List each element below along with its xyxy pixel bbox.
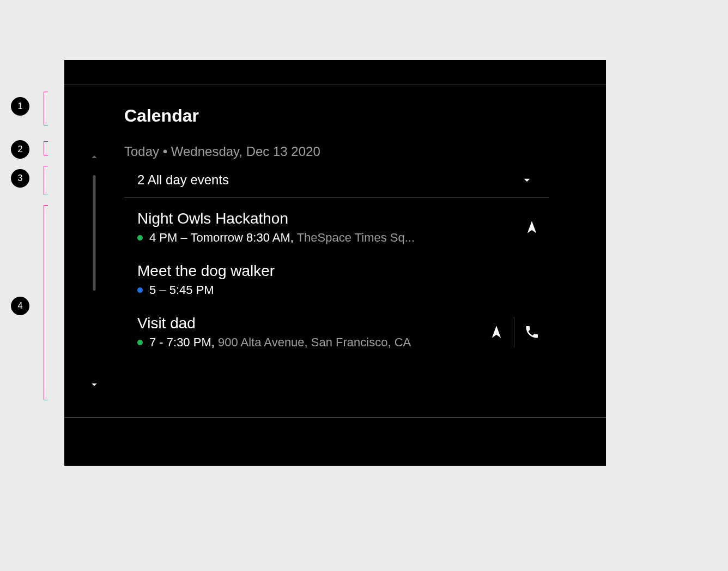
chevron-down-icon	[520, 173, 534, 187]
device-frame: Calendar Today • Wednesday, Dec 13 2020 …	[64, 60, 606, 466]
chevron-up-icon	[88, 151, 100, 163]
calendar-color-dot	[137, 235, 143, 241]
scroll-gutter	[64, 85, 124, 417]
event-subtitle: 4 PM – Tomorrow 8:30 AM, TheSpace Times …	[137, 231, 514, 245]
event-actions	[514, 212, 549, 243]
event-title: Meet the dog walker	[137, 262, 549, 280]
event-title: Visit dad	[137, 315, 479, 332]
annotation-marker-4: 4	[11, 297, 29, 315]
event-content: Night Owls Hackathon 4 PM – Tomorrow 8:3…	[137, 210, 514, 245]
call-button[interactable]	[514, 317, 549, 347]
event-time: 4 PM – Tomorrow 8:30 AM,	[149, 231, 297, 244]
event-row[interactable]: Night Owls Hackathon 4 PM – Tomorrow 8:3…	[124, 198, 549, 245]
annotation-marker-3: 3	[11, 169, 29, 188]
event-row[interactable]: Meet the dog walker 5 – 5:45 PM	[124, 245, 549, 297]
navigation-icon	[489, 324, 504, 340]
scroll-up-button[interactable]	[88, 151, 100, 163]
event-subtitle: 7 - 7:30 PM, 900 Alta Avenue, San Franci…	[137, 335, 479, 350]
phone-icon	[524, 324, 539, 340]
annotation-marker-1: 1	[11, 97, 29, 116]
event-row[interactable]: Visit dad 7 - 7:30 PM, 900 Alta Avenue, …	[124, 297, 549, 350]
navigate-button[interactable]	[479, 317, 514, 347]
event-time: 7 - 7:30 PM,	[149, 335, 218, 349]
event-title: Night Owls Hackathon	[137, 210, 514, 227]
page-title: Calendar	[124, 106, 549, 126]
navigate-button[interactable]	[514, 212, 549, 243]
allday-label: 2 All day events	[137, 172, 229, 188]
scroll-down-button[interactable]	[88, 378, 100, 390]
date-header: Today • Wednesday, Dec 13 2020	[124, 144, 549, 159]
scrollbar[interactable]	[93, 175, 96, 291]
calendar-color-dot	[137, 340, 143, 345]
content-area: Calendar Today • Wednesday, Dec 13 2020 …	[64, 85, 606, 418]
main-panel: Calendar Today • Wednesday, Dec 13 2020 …	[124, 85, 606, 417]
bottom-bar	[64, 418, 606, 466]
calendar-color-dot	[137, 287, 143, 293]
allday-expander[interactable]: 2 All day events	[124, 172, 549, 198]
status-bar	[64, 60, 606, 85]
chevron-down-icon	[88, 378, 100, 390]
annotation-marker-2: 2	[11, 140, 29, 159]
event-location: 900 Alta Avenue, San Francisco, CA	[218, 335, 411, 349]
navigation-icon	[524, 220, 539, 235]
event-location: TheSpace Times Sq...	[297, 231, 415, 244]
event-time: 5 – 5:45 PM	[149, 283, 214, 297]
event-content: Meet the dog walker 5 – 5:45 PM	[137, 262, 549, 297]
event-subtitle: 5 – 5:45 PM	[137, 283, 549, 297]
event-actions	[479, 317, 549, 347]
event-content: Visit dad 7 - 7:30 PM, 900 Alta Avenue, …	[137, 315, 479, 350]
